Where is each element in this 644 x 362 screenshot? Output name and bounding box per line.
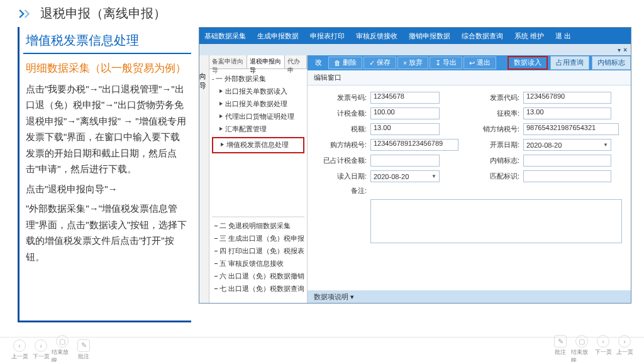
buyer-taxid-field[interactable]: 123456789123456789 [370,139,458,151]
prev-page-button[interactable]: ›上一页 [614,335,635,362]
next-page-button[interactable]: ›下一页 [30,339,52,361]
tree-item[interactable]: 代理出口货物证明处理 [212,111,304,123]
chevron-down-icon: ▾ [350,293,354,301]
info-card-title: 增值税发票信息处理 [23,27,191,54]
tree-item[interactable]: 汇率配置管理 [212,123,304,136]
chevron-double-right-icon [19,8,34,19]
tree-item[interactable]: 七 出口退（免）税数据查询 [212,283,304,295]
close-icon[interactable]: × [623,47,627,53]
tree-group-external[interactable]: - 一 外部数据采集 [212,73,304,85]
annotate-button[interactable]: ✎批注 [550,335,571,362]
invoice-number-field[interactable]: 12345678 [370,92,440,104]
info-body: 点击"我要办税"→"出口退税管理"→"出口退（免）税申报"→"出口货物劳务免退税… [23,81,191,265]
menu-item[interactable]: 撤销申报数据 [409,31,450,41]
load-date-field[interactable]: 2020-08-20▼ [370,170,440,182]
toolbar-occupy-query-button[interactable]: 占用查询 [550,56,589,70]
edit-window-label: 编辑窗口 [308,70,631,85]
app-window: 基础数据采集 生成申报数据 申报表打印 审核反馈接收 撤销申报数据 综合数据查询… [199,27,631,304]
tree-item[interactable]: 五 审核反馈信息接收 [212,258,304,270]
tree-item[interactable]: 四 打印出口退（免）税报表 [212,245,304,258]
tree-item[interactable]: 二 免退税明细数据采集 [212,220,304,233]
toolbar-internal-sale-button[interactable]: 内销标志 [592,56,631,70]
tree-item[interactable]: 三 生成出口退（免）税申报 [212,233,304,245]
dropdown-icon[interactable]: ▾ [618,47,621,53]
tax-rate-field[interactable]: 13.00 [523,107,611,119]
tree-item[interactable]: 出口报关单数据读入 [212,85,304,98]
toolbar-exit-button[interactable]: ↩ 退出 [464,57,496,69]
side-handle[interactable]: 向导 [199,55,209,303]
menu-item[interactable]: 系统 维护 [514,31,544,41]
match-flag-field[interactable] [523,170,611,182]
chevron-down-icon[interactable]: ▼ [603,142,608,148]
tab-agent[interactable]: 代办申 [285,55,307,69]
end-slideshow-button[interactable]: ▢结束放映 [571,335,592,362]
tab-refund-wizard[interactable]: 退税申报向导 [247,55,285,69]
invoice-date-field[interactable]: 2020-08-20▼ [523,139,611,151]
tax-amount-base-field[interactable]: 100.00 [370,107,440,119]
menu-item[interactable]: 审核反馈接收 [356,31,397,41]
menu-item[interactable]: 综合数据查询 [462,31,503,41]
toolbar: 改 🗑 删除 ✓ 保存 × 放弃 ↧ 导出 ↩ 退出 数据读入 占用查询 内销标… [308,55,631,70]
info-subtitle: 明细数据采集（以一般贸易为例） [26,62,189,76]
tab-registration-wizard[interactable]: 备案申请向导 [209,55,247,69]
menu-item[interactable]: 申报表打印 [310,31,345,41]
tree-item[interactable]: 六 出口退（免）税数据撤销 [212,270,304,283]
next-page-button[interactable]: ‹下一页 [592,335,614,362]
tree-item-vat-invoice[interactable]: 增值税发票信息处理 [212,137,304,153]
annotate-button[interactable]: ✎批注 [73,339,94,361]
toolbar-save-button[interactable]: ✓ 保存 [364,57,396,69]
tax-value-field[interactable]: 13.00 [370,123,440,135]
tree-item[interactable]: 出口报关单数据处理 [212,98,304,111]
toolbar-discard-button[interactable]: × 放弃 [397,57,428,69]
menu-item[interactable]: 基础数据采集 [204,31,246,41]
menu-item[interactable]: 生成申报数据 [257,31,299,41]
toolbar-export-button[interactable]: ↧ 导出 [430,57,462,69]
internal-sale-flag-field[interactable] [523,155,611,167]
menu-item[interactable]: 退 出 [555,31,571,41]
toolbar-delete-button[interactable]: 🗑 删除 [328,57,362,69]
prev-page-button[interactable]: ‹上一页 [9,339,30,361]
main-menu: 基础数据采集 生成申报数据 申报表打印 审核反馈接收 撤销申报数据 综合数据查询… [199,28,631,44]
toolbar-modify-button[interactable]: 改 [310,57,327,69]
page-title: 退税申报（离线申报） [40,5,166,22]
end-slideshow-button[interactable]: ▢结束放映 [52,335,73,362]
seller-taxid-field[interactable]: 98765432198765432­1 [523,123,619,135]
data-field-explain[interactable]: 数据项说明 ▾ [308,290,631,303]
toolbar-data-load-button[interactable]: 数据读入 [508,56,548,70]
invoice-code-field[interactable]: 1234567890 [523,92,611,104]
chevron-down-icon[interactable]: ▼ [431,173,436,179]
remark-textarea[interactable] [370,199,622,243]
occupied-amount-field[interactable] [370,155,440,167]
